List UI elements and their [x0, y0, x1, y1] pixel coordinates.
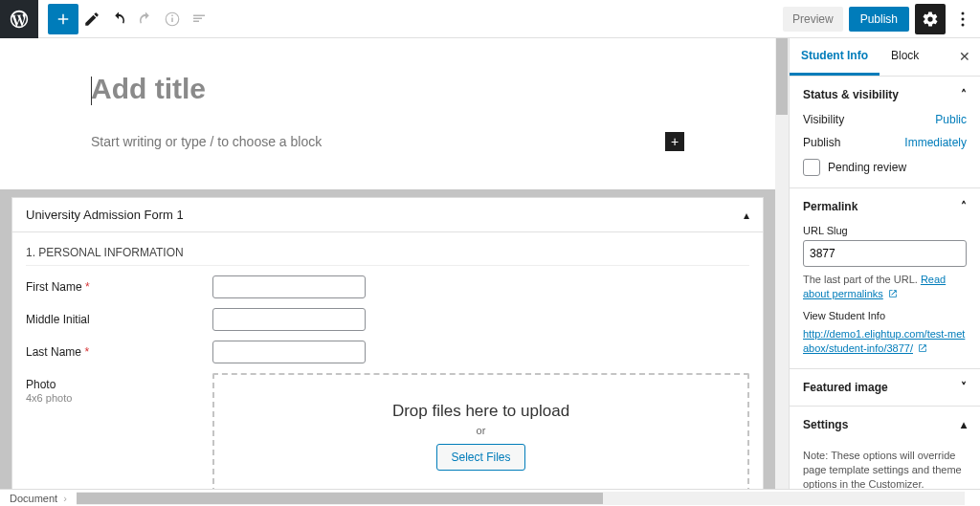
sidebar: Student Info Block ✕ Status & visibility… — [789, 38, 980, 506]
insert-block-icon[interactable]: + — [665, 132, 684, 151]
tab-block[interactable]: Block — [880, 38, 930, 76]
breadcrumb-document[interactable]: Document — [10, 493, 57, 504]
wp-logo[interactable] — [0, 0, 38, 38]
input-last-name[interactable] — [212, 341, 366, 363]
input-first-name[interactable] — [212, 275, 366, 298]
publish-label: Publish — [803, 136, 840, 149]
label-last-name: Last Name * — [26, 341, 212, 363]
view-student-link[interactable]: http://demo1.elightup.com/test-metabox/s… — [803, 328, 965, 354]
body-block[interactable]: Start writing or type / to choose a bloc… — [91, 132, 684, 151]
horizontal-scrollbar[interactable] — [77, 492, 965, 505]
panel-status: Status & visibility ˄ Visibility Public … — [790, 77, 980, 188]
label-first-name: First Name * — [26, 275, 212, 298]
caret-icon — [91, 77, 92, 105]
title-input[interactable]: Add title — [91, 73, 684, 105]
chevron-up-icon: ˄ — [961, 200, 967, 213]
panel-permalink-head[interactable]: Permalink ˄ — [790, 188, 980, 225]
kebab-menu-icon[interactable] — [951, 4, 974, 34]
pending-checkbox[interactable] — [803, 159, 820, 176]
tab-student-info[interactable]: Student Info — [790, 38, 880, 76]
metabox: University Admission Form 1 ▴ 1. PERSONA… — [11, 197, 764, 506]
add-block-button[interactable] — [48, 4, 78, 34]
upload-area[interactable]: Drop files here to upload or Select File… — [212, 373, 749, 494]
metabox-title: University Admission Form 1 — [26, 208, 184, 222]
preview-button[interactable]: Preview — [783, 7, 843, 32]
metabox-body: 1. PERSONAL INFORMATION First Name * Mid… — [12, 232, 763, 506]
row-visibility: Visibility Public — [803, 113, 967, 126]
pending-label: Pending review — [828, 161, 906, 174]
svg-point-5 — [962, 23, 965, 26]
chevron-down-icon: ˅ — [961, 381, 967, 394]
panel-featured: Featured image ˅ — [790, 369, 980, 407]
visibility-value[interactable]: Public — [935, 113, 967, 126]
publish-value[interactable]: Immediately — [904, 136, 967, 149]
slug-input[interactable] — [803, 240, 967, 267]
row-publish: Publish Immediately — [803, 136, 967, 149]
chevron-up-icon: ▴ — [961, 418, 967, 431]
slug-label: URL Slug — [803, 225, 967, 236]
publish-button[interactable]: Publish — [849, 7, 909, 32]
view-student-row: http://demo1.elightup.com/test-metabox/s… — [803, 327, 967, 357]
topbar-right: Preview Publish — [783, 4, 974, 34]
field-first-name: First Name * — [26, 275, 749, 298]
label-middle-initial: Middle Initial — [26, 308, 212, 331]
select-files-button[interactable]: Select Files — [436, 444, 524, 471]
horizontal-scrollbar-thumb[interactable] — [77, 493, 603, 504]
topbar: Preview Publish — [0, 0, 980, 38]
panel-settings: Settings ▴ Note: These options will over… — [790, 407, 980, 501]
view-student-label: View Student Info — [803, 310, 967, 321]
panel-settings-head[interactable]: Settings ▴ — [790, 407, 980, 443]
section-title: 1. PERSONAL INFORMATION — [26, 242, 749, 266]
label-photo: Photo 4x6 photo — [26, 373, 212, 494]
field-middle-initial: Middle Initial — [26, 308, 749, 331]
visibility-label: Visibility — [803, 113, 844, 126]
panel-featured-head[interactable]: Featured image ˅ — [790, 369, 980, 406]
input-middle-initial[interactable] — [212, 308, 366, 331]
upload-title: Drop files here to upload — [224, 402, 738, 421]
body-placeholder: Start writing or type / to choose a bloc… — [91, 134, 322, 149]
external-link-icon — [888, 289, 898, 298]
workspace: Add title Start writing or type / to cho… — [0, 38, 980, 506]
close-icon[interactable]: ✕ — [949, 38, 980, 76]
svg-point-4 — [962, 17, 965, 20]
external-link-icon — [918, 343, 927, 353]
metabox-wrap: University Admission Form 1 ▴ 1. PERSONA… — [0, 189, 775, 506]
settings-gear-icon[interactable] — [915, 4, 946, 34]
chevron-up-icon: ▴ — [744, 209, 749, 222]
redo-icon[interactable] — [132, 0, 159, 38]
field-last-name: Last Name * — [26, 341, 749, 363]
svg-rect-2 — [171, 14, 173, 16]
editor-scrollbar-thumb[interactable] — [776, 38, 788, 115]
slug-hint: The last part of the URL. Read about per… — [803, 273, 967, 302]
bottom-bar: Document › — [0, 489, 980, 506]
editor-scrollbar[interactable] — [775, 38, 789, 506]
field-photo: Photo 4x6 photo Drop files here to uploa… — [26, 373, 749, 494]
editor: Add title Start writing or type / to cho… — [0, 38, 789, 506]
info-icon[interactable] — [159, 0, 186, 38]
chevron-up-icon: ˄ — [961, 88, 967, 101]
svg-point-3 — [962, 11, 965, 14]
tabs: Student Info Block ✕ — [790, 38, 980, 77]
undo-icon[interactable] — [105, 0, 132, 38]
metabox-header[interactable]: University Admission Form 1 ▴ — [12, 198, 763, 232]
panel-permalink: Permalink ˄ URL Slug The last part of th… — [790, 188, 980, 369]
upload-or: or — [224, 425, 738, 436]
topbar-left — [0, 0, 212, 38]
pending-review-row[interactable]: Pending review — [803, 159, 967, 176]
title-placeholder: Add title — [91, 73, 206, 104]
edit-tool-icon[interactable] — [78, 0, 105, 38]
panel-status-head[interactable]: Status & visibility ˄ — [790, 77, 980, 113]
svg-rect-1 — [171, 17, 173, 22]
outline-icon[interactable] — [186, 0, 212, 38]
